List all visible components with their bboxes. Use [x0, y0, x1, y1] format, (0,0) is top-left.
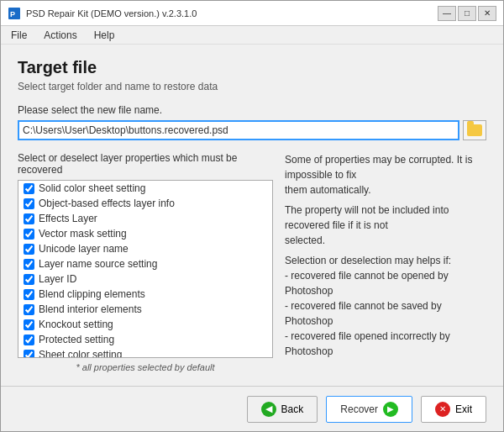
property-label-7: Blend clipping elements — [39, 288, 145, 300]
property-checkbox-3[interactable] — [24, 229, 34, 240]
info-line1: Some of properties may be corrupted. It … — [285, 152, 486, 198]
list-item: Vector mask setting — [18, 226, 272, 241]
title-bar: P PSD Repair Kit (DEMO version.) v.2.3.1… — [1, 1, 503, 26]
window-title: PSD Repair Kit (DEMO version.) v.2.3.1.0 — [26, 8, 197, 18]
list-item: Sheet color setting — [18, 347, 272, 358]
property-label-3: Vector mask setting — [39, 228, 127, 240]
property-checkbox-4[interactable] — [24, 244, 34, 255]
property-label-9: Knockout setting — [39, 319, 113, 330]
main-content: Target file Select target folder and nam… — [1, 45, 503, 386]
property-label-6: Layer ID — [39, 273, 76, 285]
back-icon: ◀ — [261, 402, 276, 417]
list-item: Effects Layer — [18, 211, 272, 226]
two-column-layout: Select or deselect layer properties whic… — [18, 152, 486, 372]
menu-file[interactable]: File — [8, 28, 30, 43]
recover-icon: ▶ — [383, 402, 398, 417]
property-label-5: Layer name source setting — [39, 258, 157, 270]
property-checkbox-2[interactable] — [24, 213, 34, 224]
file-input[interactable] — [18, 120, 459, 140]
maximize-button[interactable]: □ — [458, 6, 476, 21]
list-item: Layer name source setting — [18, 256, 272, 271]
list-item: Blend interior elements — [18, 302, 272, 317]
right-column: Some of properties may be corrupted. It … — [285, 152, 486, 372]
close-button[interactable]: ✕ — [478, 6, 496, 21]
property-label-4: Unicode layer name — [39, 243, 129, 255]
property-checkbox-10[interactable] — [24, 335, 34, 345]
property-checkbox-0[interactable] — [24, 183, 34, 194]
minimize-button[interactable]: — — [438, 6, 456, 21]
list-item: Solid color sheet setting — [18, 181, 272, 196]
file-label: Please select the new file name. — [18, 104, 486, 116]
property-label-1: Object-based effects layer info — [39, 198, 175, 209]
menu-bar: File Actions Help — [1, 26, 503, 45]
folder-icon — [467, 124, 482, 136]
property-checkbox-6[interactable] — [24, 274, 34, 285]
info-line3: Selection or deselection may helps if:- … — [285, 253, 486, 359]
list-item: Knockout setting — [18, 317, 272, 332]
list-item: Layer ID — [18, 271, 272, 287]
properties-list: Solid color sheet settingObject-based ef… — [18, 180, 273, 358]
app-icon: P — [8, 7, 21, 20]
property-checkbox-9[interactable] — [24, 319, 34, 330]
exit-button[interactable]: ✕ Exit — [421, 396, 486, 423]
page-title: Target file — [18, 58, 486, 77]
window-controls: — □ ✕ — [438, 6, 496, 21]
list-item: Protected setting — [18, 332, 272, 347]
left-column: Select or deselect layer properties whic… — [18, 152, 273, 372]
property-checkbox-5[interactable] — [24, 259, 34, 270]
property-checkbox-8[interactable] — [24, 304, 34, 315]
info-line2: The property will not be included into r… — [285, 203, 486, 248]
file-input-row — [18, 120, 486, 140]
menu-help[interactable]: Help — [91, 28, 118, 43]
info-text: Some of properties may be corrupted. It … — [285, 152, 486, 359]
footer: ◀ Back Recover ▶ ✕ Exit — [1, 386, 503, 431]
property-label-0: Solid color sheet setting — [39, 182, 145, 194]
back-button[interactable]: ◀ Back — [247, 396, 318, 423]
recover-button[interactable]: Recover ▶ — [326, 396, 412, 423]
browse-button[interactable] — [463, 120, 486, 140]
section-label: Select or deselect layer properties whic… — [18, 152, 273, 176]
list-item: Object-based effects layer info — [18, 196, 272, 211]
list-footer: * all properties selected by default — [18, 362, 273, 372]
property-label-2: Effects Layer — [39, 213, 97, 224]
property-label-10: Protected setting — [39, 334, 114, 345]
menu-actions[interactable]: Actions — [40, 28, 80, 43]
svg-text:P: P — [10, 10, 15, 18]
property-checkbox-1[interactable] — [24, 198, 34, 209]
property-label-8: Blend interior elements — [39, 303, 142, 315]
page-subtitle: Select target folder and name to restore… — [18, 81, 486, 92]
exit-icon: ✕ — [435, 402, 450, 417]
property-checkbox-7[interactable] — [24, 289, 34, 300]
property-checkbox-11[interactable] — [24, 350, 34, 359]
list-item: Unicode layer name — [18, 241, 272, 256]
property-label-11: Sheet color setting — [39, 349, 122, 358]
list-item: Blend clipping elements — [18, 287, 272, 302]
app-window: P PSD Repair Kit (DEMO version.) v.2.3.1… — [0, 0, 504, 432]
